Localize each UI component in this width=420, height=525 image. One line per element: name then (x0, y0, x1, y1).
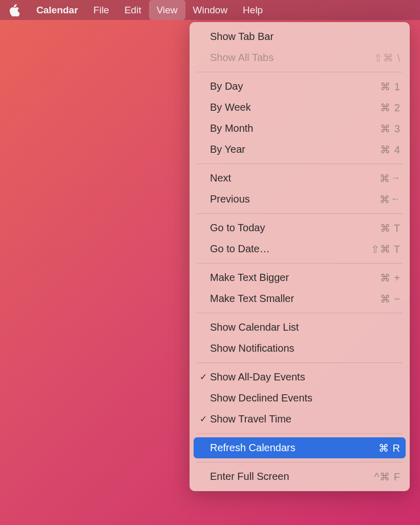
menu-item-by-week[interactable]: By Week⌘ 2 (190, 97, 410, 118)
menu-item-by-year[interactable]: By Year⌘ 4 (190, 139, 410, 160)
menu-separator (197, 72, 403, 72)
menu-item-shortcut: ⌘ 4 (380, 144, 401, 156)
menubar-item-file[interactable]: File (86, 0, 117, 20)
arrow-right-icon: → (391, 173, 401, 184)
menu-item-label: Show All Tabs (210, 52, 374, 64)
menu-item-label: Show All-Day Events (210, 371, 401, 383)
menubar-item-window[interactable]: Window (185, 0, 236, 20)
menu-item-label: By Year (210, 144, 380, 155)
menu-separator (197, 213, 403, 214)
menu-item-show-tab-bar[interactable]: Show Tab Bar (190, 26, 410, 47)
menu-item-label: Show Declined Events (210, 392, 401, 404)
menu-item-show-all-day-events[interactable]: ✓Show All-Day Events (190, 367, 410, 388)
menu-separator (197, 164, 403, 164)
menu-item-shortcut: ⌘ 1 (380, 80, 401, 93)
menu-item-make-text-smaller[interactable]: Make Text Smaller⌘ − (190, 288, 410, 309)
menu-item-label: By Month (210, 123, 380, 134)
menu-item-shortcut: ⌘ + (380, 272, 401, 284)
menu-separator (197, 313, 403, 313)
menu-item-shortcut: ⇧⌘ T (371, 243, 401, 255)
menu-item-make-text-bigger[interactable]: Make Text Bigger⌘ + (190, 267, 410, 288)
menubar-item-edit[interactable]: Edit (117, 0, 149, 20)
menu-item-shortcut: ⌘ R (379, 442, 401, 454)
menu-item-label: Make Text Bigger (210, 272, 380, 284)
menu-item-label: Show Travel Time (210, 413, 401, 425)
menu-item-label: Go to Today (210, 222, 380, 234)
view-menu-dropdown: Show Tab BarShow All Tabs⇧⌘ \By Day⌘ 1By… (190, 22, 410, 491)
menu-item-show-all-tabs: Show All Tabs⇧⌘ \ (190, 47, 410, 68)
checkmark-icon: ✓ (197, 372, 210, 382)
menu-item-label: By Week (210, 102, 380, 113)
menu-item-show-notifications[interactable]: Show Notifications (190, 338, 410, 359)
menu-item-enter-full-screen[interactable]: Enter Full Screen^⌘ F (190, 466, 410, 487)
menubar-item-help[interactable]: Help (235, 0, 270, 20)
menu-item-shortcut: ⇧⌘ \ (374, 52, 401, 64)
menu-item-label: Refresh Calendars (210, 442, 379, 454)
menu-item-go-to-date[interactable]: Go to Date…⇧⌘ T (190, 238, 410, 259)
menu-item-label: By Day (210, 80, 380, 92)
menu-item-label: Show Calendar List (210, 321, 401, 333)
checkmark-icon: ✓ (197, 414, 210, 425)
menu-separator (197, 362, 403, 363)
menu-separator (197, 263, 403, 264)
menu-item-next[interactable]: Next⌘→ (190, 168, 410, 189)
menu-separator (197, 433, 403, 434)
menu-item-show-calendar-list[interactable]: Show Calendar List (190, 317, 410, 338)
menu-item-label: Go to Date… (210, 243, 371, 255)
menu-item-shortcut: ⌘ 3 (380, 123, 401, 135)
arrow-left-icon: ← (391, 194, 401, 205)
menu-item-label: Make Text Smaller (210, 293, 380, 305)
menu-item-shortcut: ⌘→ (380, 172, 401, 185)
menu-item-label: Previous (210, 193, 380, 205)
menu-item-show-travel-time[interactable]: ✓Show Travel Time (190, 409, 410, 430)
menu-item-shortcut: ⌘ − (380, 293, 401, 305)
menu-item-show-declined-events[interactable]: Show Declined Events (190, 388, 410, 409)
menu-item-by-day[interactable]: By Day⌘ 1 (190, 76, 410, 97)
menubar-item-view[interactable]: View (149, 0, 185, 20)
menu-item-shortcut: ⌘ T (380, 222, 401, 234)
menu-item-shortcut: ^⌘ F (374, 471, 401, 483)
menu-item-shortcut: ⌘← (380, 193, 401, 206)
menu-item-go-to-today[interactable]: Go to Today⌘ T (190, 217, 410, 238)
menubar: Calendar File Edit View Window Help (0, 0, 420, 20)
menu-item-label: Show Notifications (210, 342, 401, 354)
menubar-app-name[interactable]: Calendar (29, 0, 86, 20)
apple-icon[interactable] (9, 4, 19, 16)
menu-item-label: Enter Full Screen (210, 471, 374, 482)
menu-item-shortcut: ⌘ 2 (380, 102, 401, 114)
menu-item-refresh-calendars[interactable]: Refresh Calendars⌘ R (194, 437, 406, 458)
menu-item-previous[interactable]: Previous⌘← (190, 189, 410, 210)
menu-item-by-month[interactable]: By Month⌘ 3 (190, 118, 410, 139)
menu-separator (197, 462, 403, 462)
menu-item-label: Show Tab Bar (210, 31, 401, 43)
menu-item-label: Next (210, 172, 380, 184)
